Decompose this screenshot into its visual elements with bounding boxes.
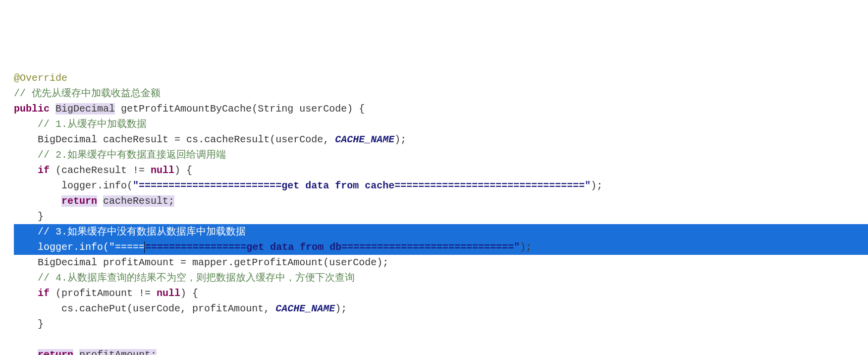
brace: }: [38, 211, 44, 222]
text: ) {: [180, 288, 198, 299]
arg: profitAmount: [192, 303, 264, 314]
code-line: BigDecimal cacheResult = cs.cacheResult(…: [14, 132, 868, 147]
keyword-null: null: [157, 288, 180, 299]
obj-cs: cs: [186, 134, 198, 145]
text: =: [168, 134, 186, 145]
keyword-public: public: [14, 103, 50, 115]
keyword-return: return: [38, 349, 73, 355]
code-line: // 1.从缓存中加载数据: [14, 117, 868, 132]
text: );: [520, 241, 532, 253]
obj-logger: logger: [61, 180, 97, 191]
var-profitamount: profitAmount: [103, 257, 174, 268]
code-line-selected: logger.info("======================get d…: [14, 239, 868, 255]
code-line: }: [14, 316, 868, 332]
call-cacheresult: cacheResult: [204, 134, 270, 145]
const-cachename: CACHE_NAME: [335, 134, 394, 145]
text: ;: [151, 349, 157, 355]
var-cacheresult: cacheResult: [103, 195, 168, 207]
obj-cs: cs: [61, 303, 73, 314]
text: );: [377, 257, 388, 268]
code-line: return cacheResult;: [14, 193, 868, 209]
method-name: getProfitAmountByCache: [121, 103, 252, 115]
comment: // 2.如果缓存中有数据直接返回给调用端: [38, 149, 226, 161]
code-line: // 优先从缓存中加载收益总金额: [14, 86, 868, 101]
code-line: }: [14, 209, 868, 224]
code-line: [14, 332, 868, 347]
code-line: BigDecimal profitAmount = mapper.getProf…: [14, 255, 868, 270]
text: );: [335, 303, 347, 314]
type-string: String: [258, 103, 293, 115]
call-info: info: [103, 180, 127, 191]
code-line: cs.cachePut(userCode, profitAmount, CACH…: [14, 301, 868, 316]
call-getprofitamount: getProfitAmount: [234, 257, 323, 268]
annotation: @Override: [14, 72, 67, 84]
call-info: info: [79, 241, 103, 253]
arg: userCode: [275, 134, 323, 145]
code-line: return profitAmount;: [14, 347, 868, 355]
arg: userCode: [133, 303, 180, 314]
keyword-if: if: [38, 288, 50, 299]
keyword-null: null: [151, 165, 174, 176]
type-bigdecimal: BigDecimal: [38, 257, 97, 268]
comment: // 优先从缓存中加载收益总金额: [14, 88, 161, 99]
string-literal: "=====: [109, 241, 145, 253]
text: );: [591, 180, 602, 191]
obj-logger: logger: [38, 241, 73, 253]
text: (profitAmount !=: [50, 288, 157, 299]
text: =: [174, 257, 192, 268]
text: );: [394, 134, 406, 145]
comment: // 4.从数据库查询的结果不为空，则把数据放入缓存中，方便下次查询: [38, 272, 355, 284]
code-editor[interactable]: @Override// 优先从缓存中加载收益总金额public BigDecim…: [14, 70, 868, 355]
const-cachename: CACHE_NAME: [275, 303, 335, 314]
code-line: if (cacheResult != null) {: [14, 163, 868, 178]
code-line: public BigDecimal getProfitAmountByCache…: [14, 101, 868, 117]
type-bigdecimal: BigDecimal: [38, 134, 97, 145]
keyword-if: if: [38, 165, 50, 176]
var-profitamount: profitAmount: [79, 349, 151, 355]
call-cacheput: cachePut: [79, 303, 127, 314]
keyword-return: return: [61, 195, 97, 207]
code-line: logger.info("========================get…: [14, 178, 868, 193]
obj-mapper: mapper: [192, 257, 228, 268]
string-literal: "========================get data from c…: [133, 180, 591, 191]
code-line: if (profitAmount != null) {: [14, 286, 868, 301]
type-bigdecimal: BigDecimal: [55, 103, 115, 115]
code-line: // 2.如果缓存中有数据直接返回给调用端: [14, 147, 868, 163]
code-line: @Override: [14, 70, 868, 86]
text: ) {: [174, 165, 192, 176]
text: ;: [168, 195, 174, 207]
code-line-selected: // 3.如果缓存中没有数据从数据库中加载数据: [14, 224, 868, 239]
string-literal: =================get data from db=======…: [145, 241, 520, 253]
brace: }: [38, 318, 44, 330]
text: ) {: [347, 103, 365, 115]
comment: // 3.如果缓存中没有数据从数据库中加载数据: [38, 226, 246, 237]
text-caret: [144, 241, 145, 253]
text: (cacheResult !=: [50, 165, 151, 176]
arg: userCode: [329, 257, 377, 268]
code-line: // 4.从数据库查询的结果不为空，则把数据放入缓存中，方便下次查询: [14, 270, 868, 286]
var-cacheresult: cacheResult: [103, 134, 168, 145]
comment: // 1.从缓存中加载数据: [38, 118, 147, 130]
param-usercode: userCode: [299, 103, 347, 115]
